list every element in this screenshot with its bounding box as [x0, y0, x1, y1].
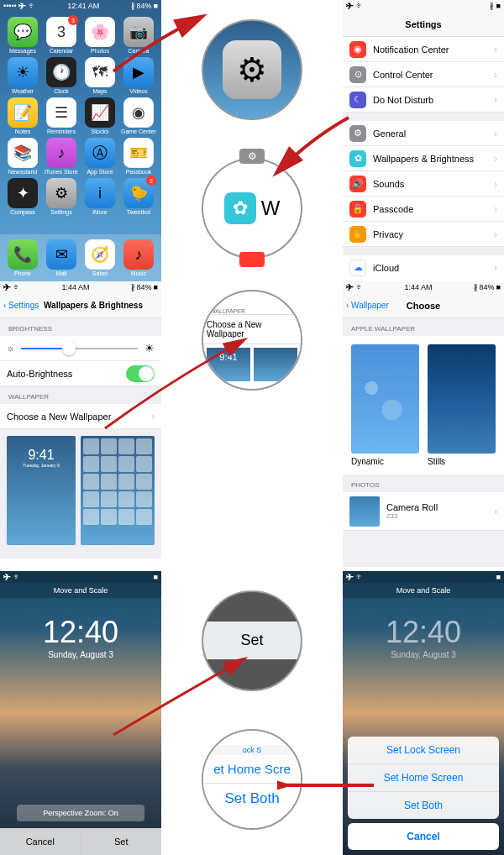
choose-screen: ✈ ᯤ1:44 AM∦ 84% ■ ‹ Wallpaper Choose APP…	[343, 281, 504, 567]
choose-wallpaper-row[interactable]: Choose a New Wallpaper›	[0, 404, 161, 429]
lock-date: Sunday, August 3	[343, 650, 504, 659]
section-apple-wallpaper: APPLE WALLPAPER	[343, 318, 504, 336]
status-bar: ✈ ᯤ1:44 AM∦ 84% ■	[343, 281, 504, 293]
settings-screen: ✈ ᯤ∦ ■ Settings ◉Notification Center›⊙Co…	[343, 0, 504, 277]
section-photos: PHOTOS	[343, 475, 504, 492]
action-sheet: Set Lock Screen Set Home Screen Set Both…	[343, 732, 504, 855]
brightness-slider[interactable]	[21, 348, 138, 349]
callout-settings-icon: ⚙	[202, 19, 302, 120]
app-clock[interactable]: 🕐Clock	[42, 57, 81, 94]
app-app-store[interactable]: ⒶApp Store	[81, 138, 119, 175]
nav-bar: ‹ Settings Wallpapers & Brightness	[0, 293, 161, 318]
status-time: 12:41 AM	[67, 2, 99, 10]
set-lock-screen-button[interactable]: Set Lock Screen	[348, 737, 499, 764]
app-compass[interactable]: ✦Compass	[3, 178, 42, 215]
nav-bar: Settings	[343, 12, 504, 37]
lock-date: Sunday, August 3	[0, 650, 161, 659]
set-home-screen-button[interactable]: Set Home Screen	[348, 764, 499, 792]
callout-choose-wallpaper: WALLPAPER Choose a New Wallpaper 9:41	[202, 290, 302, 391]
callout-wallpapers-icon: ✿ W ⚙	[202, 158, 302, 259]
callout-set-options: ock S et Home Scre Set Both	[202, 729, 302, 830]
camera-roll-row[interactable]: Camera Roll233 ›	[343, 492, 504, 531]
app-reminders[interactable]: ☰Reminders	[42, 97, 81, 134]
set-both-button[interactable]: Set Both	[348, 792, 499, 819]
lock-time: 12:40	[343, 615, 504, 650]
status-bar: ✈ ᯤ■	[343, 571, 504, 583]
settings-row-passcode[interactable]: 🔒Passcode›	[343, 197, 504, 222]
back-button[interactable]: ‹ Wallpaper	[346, 301, 389, 310]
status-bar: ✈ ᯤ■	[0, 571, 161, 583]
set-button[interactable]: Set	[81, 828, 162, 855]
settings-row-privacy[interactable]: ✋Privacy›	[343, 222, 504, 247]
nav-title: Settings	[405, 19, 441, 29]
app-maps[interactable]: 🗺Maps	[81, 57, 119, 94]
app-tweetbot[interactable]: 🐤2Tweetbot	[119, 178, 158, 215]
wallpaper-lock-preview[interactable]: 9:41Tuesday, January 9	[7, 436, 76, 545]
home-screen: ••••• ✈ ᯤ 12:41 AM ∦ 84% ■ 💬Messages33Ca…	[0, 0, 161, 281]
lock-time: 12:40	[0, 615, 161, 650]
auto-brightness-toggle[interactable]	[126, 365, 155, 382]
stills-wallpaper[interactable]: Stills	[428, 344, 496, 466]
move-scale-label: Move and Scale	[343, 583, 504, 598]
brightness-screen: ✈ ᯤ1:44 AM∦ 84% ■ ‹ Settings Wallpapers …	[0, 281, 161, 559]
dock-mail[interactable]: ✉Mail	[46, 239, 76, 276]
dock-safari[interactable]: 🧭Safari	[85, 239, 115, 276]
wallpaper-preview-screen: ✈ ᯤ■ Move and Scale 12:40 Sunday, August…	[0, 571, 161, 855]
settings-row-notification-center[interactable]: ◉Notification Center›	[343, 37, 504, 62]
app-stocks[interactable]: 📈Stocks	[81, 97, 119, 134]
section-brightness: BRIGHTNESS	[0, 318, 161, 336]
wallpaper-set-screen: ✈ ᯤ■ Move and Scale 12:40 Sunday, August…	[343, 571, 504, 855]
sheet-cancel-button[interactable]: Cancel	[348, 823, 499, 850]
status-bar: ••••• ✈ ᯤ 12:41 AM ∦ 84% ■	[0, 0, 161, 12]
perspective-zoom-button[interactable]: Perspective Zoom: On	[17, 805, 144, 821]
app-camera[interactable]: 📷Camera	[119, 17, 158, 54]
dock-music[interactable]: ♪Music	[123, 239, 154, 276]
section-wallpaper: WALLPAPER	[0, 386, 161, 404]
status-bar: ✈ ᯤ∦ ■	[343, 0, 504, 12]
back-button[interactable]: ‹ Settings	[3, 301, 39, 310]
app-passbook[interactable]: 🎫Passbook	[119, 138, 158, 175]
nav-bar: ‹ Wallpaper Choose	[343, 293, 504, 318]
app-imore[interactable]: iiMore	[81, 178, 119, 215]
app-notes[interactable]: 📝Notes	[3, 97, 42, 134]
dock-phone[interactable]: 📞Phone	[8, 239, 38, 276]
app-photos[interactable]: 🌸Photos	[81, 17, 119, 54]
callout-set-button: Set	[202, 590, 302, 691]
wallpaper-home-preview[interactable]	[81, 436, 155, 545]
dynamic-wallpaper[interactable]: Dynamic	[351, 344, 419, 466]
settings-row-do-not-disturb[interactable]: ☾Do Not Disturb›	[343, 87, 504, 113]
app-messages[interactable]: 💬Messages	[3, 17, 42, 54]
app-game-center[interactable]: ◉Game Center	[119, 97, 158, 134]
status-bar: ✈ ᯤ1:44 AM∦ 84% ■	[0, 281, 161, 293]
nav-title: Choose	[407, 301, 440, 311]
app-weather[interactable]: ☀Weather	[3, 57, 42, 94]
settings-row-sounds[interactable]: 🔊Sounds›	[343, 171, 504, 197]
app-calendar[interactable]: 33Calendar	[42, 17, 81, 54]
settings-row-wallpapers-brightness[interactable]: ✿Wallpapers & Brightness›	[343, 146, 504, 171]
app-videos[interactable]: ▶Videos	[119, 57, 158, 94]
settings-row-control-center[interactable]: ⊙Control Center›	[343, 62, 504, 87]
settings-row-general[interactable]: ⚙General›	[343, 121, 504, 146]
settings-row-icloud[interactable]: ☁iCloud›	[343, 255, 504, 277]
cancel-button[interactable]: Cancel	[0, 828, 81, 855]
move-scale-label: Move and Scale	[0, 583, 161, 598]
auto-brightness-label: Auto-Brightness	[7, 369, 119, 379]
app-settings[interactable]: ⚙Settings	[42, 178, 81, 215]
app-itunes-store[interactable]: ♪iTunes Store	[42, 138, 81, 175]
app-newsstand[interactable]: 📚Newsstand	[3, 138, 42, 175]
